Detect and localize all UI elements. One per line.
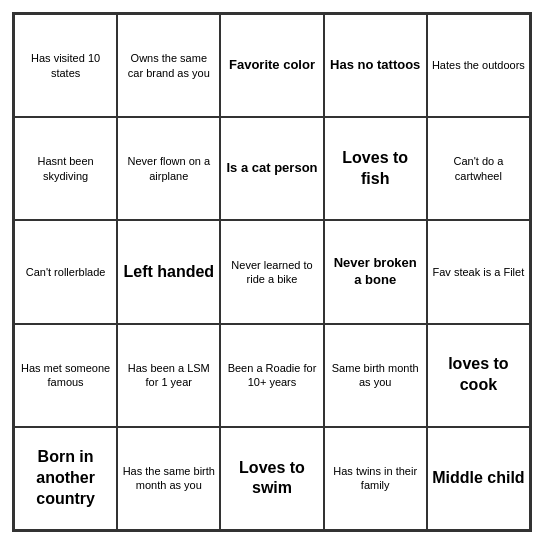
bingo-cell-16[interactable]: Has been a LSM for 1 year (117, 324, 220, 427)
bingo-cell-4[interactable]: Hates the outdoors (427, 14, 530, 117)
bingo-cell-12[interactable]: Never learned to ride a bike (220, 220, 323, 323)
bingo-cell-1[interactable]: Owns the same car brand as you (117, 14, 220, 117)
bingo-cell-10[interactable]: Can't rollerblade (14, 220, 117, 323)
bingo-cell-2[interactable]: Favorite color (220, 14, 323, 117)
bingo-cell-13[interactable]: Never broken a bone (324, 220, 427, 323)
bingo-cell-17[interactable]: Been a Roadie for 10+ years (220, 324, 323, 427)
bingo-grid: Has visited 10 statesOwns the same car b… (12, 12, 532, 532)
bingo-cell-19[interactable]: loves to cook (427, 324, 530, 427)
bingo-cell-20[interactable]: Born in another country (14, 427, 117, 530)
bingo-cell-5[interactable]: Hasnt been skydiving (14, 117, 117, 220)
bingo-cell-23[interactable]: Has twins in their family (324, 427, 427, 530)
bingo-cell-18[interactable]: Same birth month as you (324, 324, 427, 427)
bingo-cell-8[interactable]: Loves to fish (324, 117, 427, 220)
bingo-cell-15[interactable]: Has met someone famous (14, 324, 117, 427)
bingo-cell-9[interactable]: Can't do a cartwheel (427, 117, 530, 220)
bingo-cell-6[interactable]: Never flown on a airplane (117, 117, 220, 220)
bingo-cell-21[interactable]: Has the same birth month as you (117, 427, 220, 530)
bingo-cell-22[interactable]: Loves to swim (220, 427, 323, 530)
bingo-cell-24[interactable]: Middle child (427, 427, 530, 530)
bingo-cell-7[interactable]: Is a cat person (220, 117, 323, 220)
bingo-cell-11[interactable]: Left handed (117, 220, 220, 323)
bingo-cell-14[interactable]: Fav steak is a Filet (427, 220, 530, 323)
bingo-cell-0[interactable]: Has visited 10 states (14, 14, 117, 117)
bingo-cell-3[interactable]: Has no tattoos (324, 14, 427, 117)
